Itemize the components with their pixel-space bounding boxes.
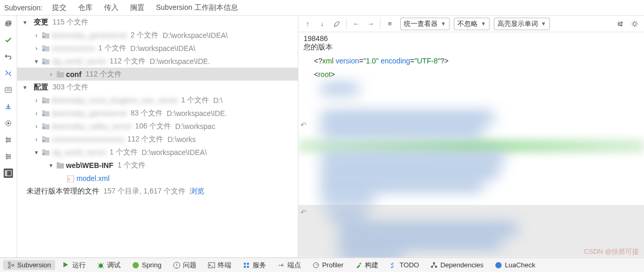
edit-icon[interactable]: [331, 18, 343, 30]
hammer-icon: [355, 262, 362, 269]
diff-panel: ↑ ↓ ← → ≡ 统一查看器▼ 不忽略▼ 高亮显示单词▼ 198486 您的版…: [298, 16, 644, 257]
terminal-icon: [208, 262, 215, 269]
changes-tree: ▾ 变更 115 个文件 › doomsday_gameserver 2 个文件…: [17, 16, 298, 257]
tab-subversion[interactable]: Subversion: [3, 260, 55, 270]
chevron-down-icon[interactable]: ▾: [21, 19, 29, 26]
tree-webinf[interactable]: ▾ web\WEB-INF 1 个文件: [17, 159, 298, 172]
svg-point-41: [12, 264, 14, 266]
chevron-right-icon[interactable]: ›: [33, 45, 40, 52]
blurred-code: [330, 210, 366, 219]
diff-icon[interactable]: [4, 69, 13, 78]
code-area[interactable]: <?xml version="1.0" encoding="UTF-8"?> <…: [298, 54, 644, 257]
folder-icon: [42, 45, 49, 51]
tab-build[interactable]: 构建: [351, 260, 383, 271]
tab-services[interactable]: 服务: [239, 260, 270, 271]
svg-rect-46: [244, 263, 246, 265]
menu-incoming[interactable]: 传入: [104, 3, 119, 12]
undo-icon[interactable]: [4, 52, 13, 61]
todo-icon: [390, 262, 397, 269]
chevron-down-icon[interactable]: ▾: [21, 84, 29, 91]
chevron-right-icon[interactable]: ›: [33, 110, 40, 117]
svg-point-36: [619, 23, 620, 24]
browse-link[interactable]: 浏览: [190, 187, 204, 196]
branch-icon: [7, 262, 15, 269]
spring-icon: [132, 262, 139, 269]
expand-icon[interactable]: [4, 135, 13, 145]
tree-row[interactable]: ▾ slg_world_server 1 个文件 D:\workspace\ID…: [17, 146, 298, 159]
svg-rect-20: [42, 110, 45, 112]
tab-luacheck[interactable]: LuaCheck: [491, 260, 540, 270]
tree-row[interactable]: › xxxxxxxxxxxx 1 个文件 D:\workspace\IDEA\: [17, 42, 298, 55]
menu-commit[interactable]: 提交: [52, 3, 67, 12]
chevron-right-icon[interactable]: ›: [47, 71, 55, 78]
menu-shelve[interactable]: 搁置: [130, 3, 144, 12]
folder-icon: [42, 136, 49, 143]
tree-row[interactable]: ▾ slg_world_server 112 个文件 D:\workspace\…: [17, 55, 298, 68]
ignore-combo[interactable]: 不忽略▼: [454, 18, 490, 30]
tab-debug[interactable]: 调试: [93, 260, 125, 271]
gear-icon[interactable]: [628, 18, 641, 30]
tab-todo[interactable]: TODO: [386, 260, 423, 270]
chevron-right-icon[interactable]: ›: [33, 136, 40, 143]
check-icon[interactable]: [4, 35, 13, 45]
menu-info[interactable]: Subversion 工作副本信息: [156, 3, 238, 12]
tree-model-file[interactable]: x model.xml: [17, 172, 298, 185]
tab-spring[interactable]: Spring: [128, 260, 166, 270]
chevron-right-icon[interactable]: ›: [33, 32, 40, 39]
changelist-icon[interactable]: [4, 85, 13, 95]
model-file-label: model.xml: [76, 174, 110, 183]
back-icon[interactable]: ←: [350, 18, 362, 30]
chevron-down-icon[interactable]: ▾: [47, 162, 55, 169]
tree-row[interactable]: › doomsday_cross_kingdom_war_server 1 个文…: [17, 94, 298, 107]
prev-diff-icon[interactable]: ↑: [301, 18, 314, 30]
svg-rect-13: [43, 62, 45, 63]
svg-rect-9: [42, 45, 45, 47]
chevron-down-icon[interactable]: ▾: [33, 58, 40, 65]
tree-row[interactable]: › doomsday_gameserver 2 个文件 D:\workspace…: [17, 29, 298, 42]
tree-changes-root[interactable]: ▾ 变更 115 个文件: [17, 16, 298, 29]
chevron-down-icon[interactable]: ▾: [33, 149, 40, 156]
svg-point-39: [8, 262, 10, 264]
highlight-combo[interactable]: 高亮显示单词▼: [494, 18, 550, 30]
chevron-right-icon[interactable]: ›: [33, 97, 40, 104]
refresh-icon[interactable]: [4, 19, 13, 28]
svn-top-menu: Subversion: 提交 仓库 传入 搁置 Subversion 工作副本信…: [0, 0, 644, 16]
tree-row[interactable]: › doomsday_gameserver 83 个文件 D:\workspac…: [17, 107, 298, 120]
tab-problems[interactable]: 问题: [169, 260, 201, 271]
svg-rect-0: [5, 87, 11, 93]
revert-icon[interactable]: ↶: [300, 208, 307, 216]
tree-config-root[interactable]: ▾ 配置 303 个文件: [17, 81, 298, 94]
tree-conf-selected[interactable]: › conf 112 个文件: [17, 68, 298, 81]
folder-icon: [42, 149, 49, 156]
list-icon[interactable]: ≡: [384, 18, 396, 30]
tree-row[interactable]: › sxxxxxxxxxxxxxxxxxxx 112 个文件 D:\works: [17, 133, 298, 146]
shelve-icon[interactable]: [4, 102, 13, 111]
svg-rect-7: [43, 36, 45, 37]
collapse-icon[interactable]: [4, 152, 13, 161]
viewer-combo[interactable]: 统一查看器▼: [400, 18, 450, 30]
services-icon: [243, 262, 250, 269]
preview-icon[interactable]: [4, 119, 13, 128]
revert-icon[interactable]: ↶: [300, 121, 307, 129]
blurred-code: [322, 153, 504, 163]
tab-run[interactable]: 运行: [58, 260, 90, 271]
next-diff-icon[interactable]: ↓: [316, 18, 328, 30]
settings2-icon[interactable]: [614, 18, 626, 30]
changes-count: 115 个文件: [52, 18, 88, 27]
bug-icon: [97, 262, 104, 269]
unversioned-row[interactable]: 未进行版本管理的文件 157 个目录, 1,617 个文件 浏览: [17, 185, 298, 198]
tab-profiler[interactable]: Profiler: [308, 260, 348, 270]
tab-terminal[interactable]: 终端: [204, 260, 235, 271]
panel-icon[interactable]: [4, 169, 13, 178]
svg-rect-27: [43, 140, 45, 141]
menu-repo[interactable]: 仓库: [78, 3, 93, 12]
your-version-label: 您的版本: [304, 43, 639, 52]
forward-icon[interactable]: →: [364, 18, 377, 30]
tab-dependencies[interactable]: Dependencies: [426, 260, 488, 270]
unversioned-label: 未进行版本管理的文件: [27, 187, 99, 196]
svg-rect-32: [57, 162, 60, 164]
svg-rect-24: [43, 127, 45, 128]
tree-row[interactable]: › doomsday_valley_server 106 个文件 D:\work…: [17, 120, 298, 133]
tab-endpoints[interactable]: 端点: [273, 260, 305, 271]
chevron-right-icon[interactable]: ›: [33, 123, 40, 130]
